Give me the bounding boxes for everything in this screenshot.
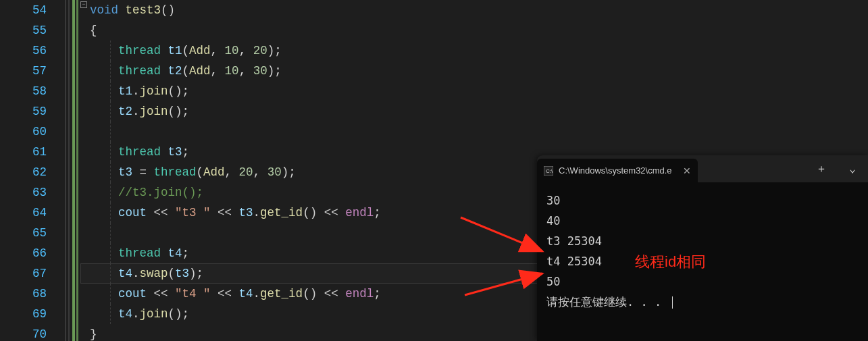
line-number: 64 bbox=[16, 203, 47, 223]
line-number: 68 bbox=[16, 284, 47, 304]
fold-column[interactable]: − bbox=[61, 0, 80, 341]
code-line[interactable]: void test3() bbox=[90, 0, 868, 20]
terminal-cursor bbox=[672, 296, 673, 309]
line-number: 65 bbox=[16, 223, 47, 243]
line-number: 54 bbox=[16, 0, 47, 20]
code-line[interactable]: { bbox=[90, 20, 868, 41]
terminal-line: t3 25304 bbox=[546, 231, 859, 251]
tab-close-icon[interactable]: ✕ bbox=[683, 165, 691, 176]
line-number-gutter[interactable]: 5455565758596061626364656667686970 bbox=[16, 0, 61, 341]
breakpoint-margin[interactable] bbox=[0, 0, 16, 341]
code-line[interactable]: t2.join(); bbox=[90, 101, 868, 122]
line-number: 55 bbox=[16, 20, 47, 41]
line-number: 70 bbox=[16, 324, 47, 341]
terminal-line: 50 bbox=[546, 271, 859, 292]
terminal-tab[interactable]: C:\ C:\Windows\system32\cmd.e ✕ bbox=[537, 159, 698, 182]
terminal-line: 30 bbox=[546, 190, 859, 211]
code-line[interactable]: thread t2(Add, 10, 30); bbox=[90, 61, 868, 81]
terminal-output[interactable]: 3040t3 25304t4 2530450请按任意键继续. . . bbox=[537, 182, 868, 320]
code-line[interactable]: t1.join(); bbox=[90, 81, 868, 101]
line-number: 62 bbox=[16, 162, 47, 182]
line-number: 57 bbox=[16, 61, 47, 81]
terminal-controls: ＋ ⌄ bbox=[806, 155, 868, 182]
line-number: 67 bbox=[16, 263, 47, 284]
code-line[interactable] bbox=[90, 122, 868, 142]
terminal-tab-title: C:\Windows\system32\cmd.e bbox=[559, 165, 678, 176]
cmd-icon: C:\ bbox=[544, 166, 553, 176]
code-line[interactable]: thread t1(Add, 10, 20); bbox=[90, 41, 868, 61]
line-number: 58 bbox=[16, 81, 47, 101]
terminal-titlebar[interactable]: C:\ C:\Windows\system32\cmd.e ✕ ＋ ⌄ bbox=[537, 155, 868, 182]
annotation-text: 线程id相同 bbox=[635, 252, 706, 272]
line-number: 60 bbox=[16, 122, 47, 142]
tab-dropdown-button[interactable]: ⌄ bbox=[837, 155, 868, 182]
line-number: 63 bbox=[16, 182, 47, 203]
line-number: 59 bbox=[16, 101, 47, 122]
new-tab-button[interactable]: ＋ bbox=[806, 155, 837, 182]
line-number: 56 bbox=[16, 41, 47, 61]
terminal-window: C:\ C:\Windows\system32\cmd.e ✕ ＋ ⌄ 3040… bbox=[537, 155, 868, 341]
line-number: 69 bbox=[16, 304, 47, 324]
line-number: 61 bbox=[16, 142, 47, 162]
svg-text:C:\: C:\ bbox=[546, 168, 553, 174]
line-number: 66 bbox=[16, 243, 47, 263]
terminal-line: 40 bbox=[546, 211, 859, 231]
terminal-line: 请按任意键继续. . . bbox=[546, 292, 859, 312]
